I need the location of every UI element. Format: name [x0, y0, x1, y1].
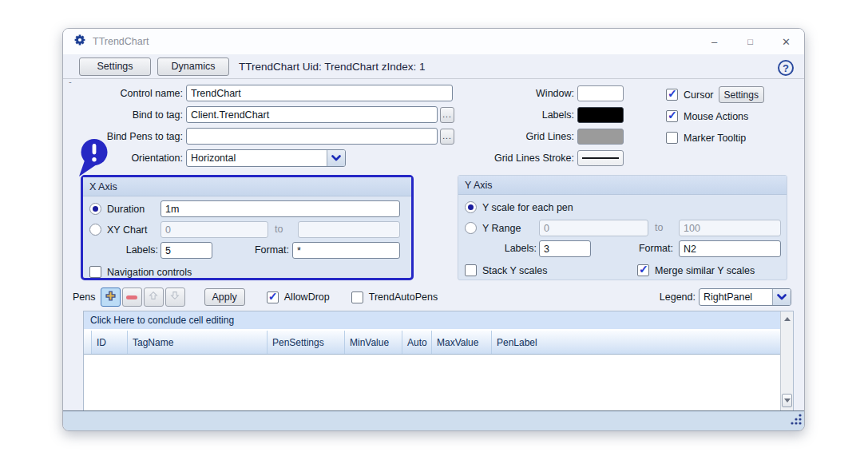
ttrendchart-dialog: TTrendChart – □ ✕ Settings Dynamics TTre… — [62, 28, 805, 431]
orientation-row: Orientation: Horizontal — [63, 149, 382, 166]
labels-color-label: Labels: — [454, 109, 574, 121]
column-header-pensettings[interactable]: PenSettings — [268, 331, 345, 354]
x-xychart-from-input[interactable] — [161, 221, 268, 238]
tab-settings[interactable]: Settings — [79, 58, 151, 76]
control-name-input[interactable] — [186, 85, 453, 101]
x-navigation-checkbox[interactable] — [89, 266, 101, 278]
scrollbar-down-button[interactable] — [782, 394, 792, 407]
allowdrop-checkbox[interactable] — [267, 291, 279, 303]
x-duration-label: Duration — [107, 204, 145, 215]
y-axis-group-header: Y Axis — [458, 176, 787, 195]
grid-edit-banner[interactable]: Click Here to conclude cell editing — [84, 311, 780, 331]
x-navigation-label: Navigation controls — [107, 267, 192, 278]
x-xychart-to-input[interactable] — [298, 221, 400, 238]
move-pen-up-button[interactable] — [144, 288, 164, 307]
maximize-button[interactable]: □ — [732, 29, 768, 54]
scrollbar-up-button[interactable] — [781, 313, 793, 324]
column-header-tagname[interactable]: TagName — [128, 331, 268, 354]
screen: TTrendChart – □ ✕ Settings Dynamics TTre… — [0, 0, 868, 460]
y-range-to-input[interactable] — [679, 220, 781, 236]
y-scale-each-pen-row: Y scale for each pen — [465, 199, 573, 216]
x-duration-input[interactable] — [161, 200, 400, 217]
bind-to-tag-input[interactable] — [186, 106, 438, 123]
y-range-row: Y Range — [465, 220, 521, 236]
status-strip — [63, 410, 804, 430]
bind-pens-to-tag-browse-button[interactable]: ... — [440, 129, 454, 145]
column-header-auto[interactable]: Auto — [402, 331, 432, 354]
move-pen-down-button[interactable] — [165, 288, 185, 307]
orientation-select[interactable]: Horizontal — [186, 149, 346, 167]
minimize-button[interactable]: – — [696, 29, 732, 54]
y-labels-label: Labels: — [465, 243, 537, 254]
y-merge-row: Merge similar Y scales — [637, 262, 755, 279]
stack-y-scales-checkbox[interactable] — [465, 264, 477, 276]
header-strip: Settings Dynamics TTrendChart Uid: Trend… — [63, 54, 804, 79]
window-color-label: Window: — [454, 88, 574, 99]
trendautopens-checkbox[interactable] — [351, 291, 363, 303]
legend-value: RightPanel — [700, 289, 772, 305]
window-title: TTrendChart — [93, 36, 149, 47]
close-button[interactable]: ✕ — [768, 29, 804, 54]
minus-icon — [126, 295, 137, 299]
cursor-checkbox[interactable] — [666, 89, 678, 101]
column-header-minvalue[interactable]: MinValue — [345, 331, 402, 354]
cursor-settings-button[interactable]: Settings — [719, 86, 764, 103]
grid-lines-color-row: Grid Lines: — [454, 128, 626, 145]
control-name-label: Control name: — [63, 88, 183, 99]
marker-tooltip-checkbox[interactable] — [666, 132, 678, 144]
add-pen-button[interactable] — [101, 288, 121, 307]
bind-pens-to-tag-row: Bind Pens to tag: ... — [63, 128, 458, 145]
y-format-input[interactable] — [679, 240, 781, 257]
x-format-label: Format: — [231, 244, 289, 256]
x-duration-row: Duration — [89, 200, 145, 217]
y-scale-each-pen-radio[interactable] — [465, 201, 477, 213]
dialog-title: TTrendChart Uid: TrendChart zIndex: 1 — [239, 61, 426, 73]
column-header-maxvalue[interactable]: MaxValue — [432, 331, 492, 354]
bind-to-tag-browse-button[interactable]: ... — [440, 107, 454, 123]
bind-to-tag-label: Bind to tag: — [63, 109, 183, 121]
grid-lines-color-swatch[interactable] — [577, 129, 624, 145]
grid-body — [84, 355, 780, 410]
x-format-input[interactable] — [292, 242, 400, 259]
x-to-label: to — [275, 224, 283, 235]
legend-select[interactable]: RightPanel — [699, 288, 791, 306]
y-range-from-input[interactable] — [539, 220, 648, 236]
tab-dynamics[interactable]: Dynamics — [157, 58, 229, 76]
vertical-scrollbar[interactable] — [780, 311, 793, 410]
y-range-label: Y Range — [482, 223, 521, 234]
apply-button[interactable]: Apply — [204, 288, 245, 306]
mouse-actions-checkbox[interactable] — [666, 110, 678, 122]
x-duration-radio[interactable] — [89, 203, 101, 215]
help-icon[interactable]: ? — [778, 60, 794, 76]
column-header-penlabel[interactable]: PenLabel — [492, 331, 780, 354]
x-axis-group: X Axis Duration XY Chart to Labels: Form… — [81, 175, 414, 280]
y-to-label: to — [655, 222, 663, 233]
grid-lines-stroke-row: Grid Lines Stroke: — [454, 149, 626, 166]
y-axis-group: Y Axis Y scale for each pen Y Range to L… — [458, 175, 787, 280]
merge-similar-y-scales-label: Merge similar Y scales — [655, 265, 755, 276]
y-labels-input[interactable] — [539, 240, 591, 257]
labels-color-swatch[interactable] — [577, 107, 624, 123]
trendautopens-label: TrendAutoPens — [369, 291, 438, 303]
cursor-row: Cursor Settings — [666, 86, 764, 103]
bind-pens-to-tag-input[interactable] — [186, 128, 438, 145]
arrow-up-icon — [148, 290, 159, 304]
x-labels-input[interactable] — [161, 242, 212, 259]
chevron-down-icon — [327, 150, 345, 166]
x-xychart-radio[interactable] — [89, 224, 101, 236]
marker-tooltip-row: Marker Tooltip — [666, 129, 746, 146]
y-format-label: Format: — [615, 243, 673, 254]
chevron-down-icon — [772, 289, 791, 305]
grid-lines-stroke-button[interactable] — [577, 150, 624, 166]
remove-pen-button[interactable] — [122, 288, 142, 307]
resize-grip[interactable] — [790, 413, 803, 429]
bind-to-tag-row: Bind to tag: ... — [63, 106, 458, 123]
marker-tooltip-label: Marker Tooltip — [684, 133, 746, 144]
column-header-id[interactable]: ID — [92, 331, 128, 354]
merge-similar-y-scales-checkbox[interactable] — [637, 264, 649, 276]
y-range-radio[interactable] — [465, 222, 477, 234]
x-xychart-row: XY Chart — [89, 221, 148, 238]
triangle-down-icon — [784, 399, 791, 402]
window-color-swatch[interactable] — [577, 85, 624, 101]
pens-label: Pens — [73, 291, 96, 303]
